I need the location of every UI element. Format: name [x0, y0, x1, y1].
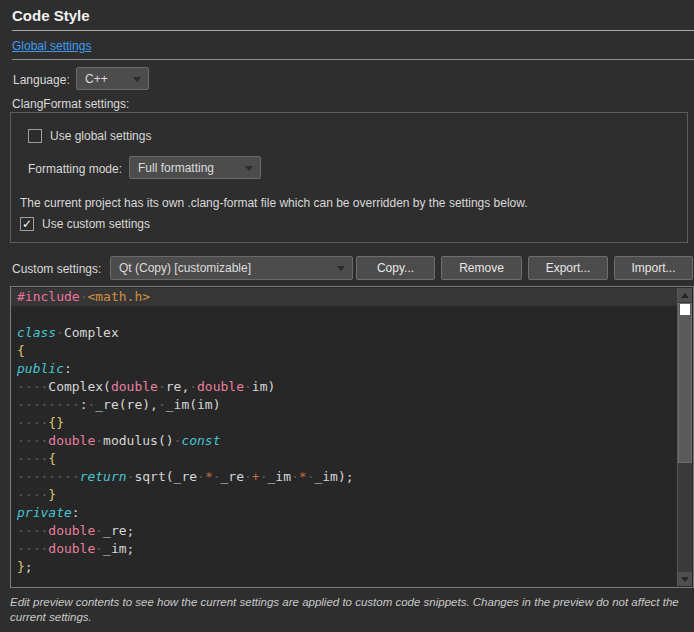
- code-token: ····: [17, 415, 48, 430]
- custom-settings-dropdown-value: Qt (Copy) [customizable]: [119, 261, 251, 275]
- code-token: :: [64, 361, 72, 376]
- code-token: ········: [17, 397, 80, 412]
- code-line: private:: [11, 504, 677, 522]
- language-dropdown-value: C++: [85, 72, 108, 86]
- code-token: }: [48, 487, 56, 502]
- remove-button[interactable]: Remove: [441, 256, 522, 280]
- code-preview-editor[interactable]: #include·<math.h>class·Complex{public:··…: [10, 286, 694, 588]
- code-token: *: [299, 469, 307, 484]
- checkmark-icon: ✓: [22, 218, 32, 230]
- code-token: ·: [158, 379, 166, 394]
- code-token: ····: [17, 541, 48, 556]
- code-token: ····: [17, 487, 48, 502]
- code-token: _im: [268, 469, 291, 484]
- code-token: _im;: [103, 541, 134, 556]
- code-line: };: [11, 558, 677, 576]
- clangformat-settings-label: ClangFormat settings:: [12, 97, 129, 111]
- code-token: modulus(): [103, 433, 173, 448]
- code-token: }: [17, 559, 25, 574]
- code-token: ········: [17, 469, 80, 484]
- use-global-settings-row[interactable]: Use global settings: [28, 129, 151, 143]
- code-area[interactable]: #include·<math.h>class·Complex{public:··…: [11, 288, 677, 576]
- code-token: return: [80, 469, 127, 484]
- scroll-up-button[interactable]: [678, 288, 692, 302]
- code-token: <math.h>: [87, 289, 150, 304]
- code-token: ····: [17, 379, 48, 394]
- code-token: re,: [166, 379, 189, 394]
- formatting-mode-dropdown-value: Full formatting: [138, 161, 214, 175]
- scrollbar-thumb[interactable]: [678, 303, 692, 463]
- use-custom-settings-row[interactable]: ✓ Use custom settings: [20, 217, 150, 231]
- custom-settings-dropdown[interactable]: Qt (Copy) [customizable]: [110, 256, 353, 280]
- preview-hint-text: Edit preview contents to see how the cur…: [10, 595, 688, 625]
- code-token: ·: [244, 379, 252, 394]
- code-token: double: [48, 523, 95, 538]
- scrollbar-cursor-marker: [680, 304, 690, 315]
- title-separator: [12, 30, 694, 31]
- code-token: :: [72, 505, 80, 520]
- code-token: private: [17, 505, 72, 520]
- code-line: ····double·modulus()·const: [11, 432, 677, 450]
- use-global-settings-label: Use global settings: [50, 129, 151, 143]
- code-token: ·: [95, 523, 103, 538]
- chevron-down-icon: [337, 266, 345, 271]
- code-line: ········return·sqrt(_re·*·_re·+·_im·*·_i…: [11, 468, 677, 486]
- copy-button[interactable]: Copy...: [356, 256, 435, 280]
- use-global-settings-checkbox[interactable]: [28, 129, 42, 143]
- code-token: ····: [17, 523, 48, 538]
- code-token: {: [17, 343, 25, 358]
- code-token: {}: [48, 415, 64, 430]
- code-token: im): [252, 379, 275, 394]
- code-token: _re;: [103, 523, 134, 538]
- code-token: _im(im): [166, 397, 221, 412]
- code-token: *: [205, 469, 213, 484]
- code-token: const: [181, 433, 220, 448]
- code-line: ····Complex(double·re,·double·im): [11, 378, 677, 396]
- code-line: ····}: [11, 486, 677, 504]
- code-token: ·: [260, 469, 268, 484]
- code-token: ····: [17, 433, 48, 448]
- code-token: ·: [291, 469, 299, 484]
- code-line: public:: [11, 360, 677, 378]
- code-token: _re(re),: [95, 397, 158, 412]
- custom-settings-label: Custom settings:: [12, 262, 101, 276]
- chevron-down-icon: [245, 166, 253, 171]
- code-token: class: [17, 325, 56, 340]
- code-token: _re: [221, 469, 244, 484]
- formatting-mode-dropdown[interactable]: Full formatting: [129, 156, 261, 179]
- link-separator: [12, 59, 694, 60]
- code-token: {: [48, 451, 56, 466]
- code-token: double: [197, 379, 244, 394]
- scroll-down-button[interactable]: [678, 572, 692, 586]
- code-token: ·: [189, 379, 197, 394]
- code-line: #include·<math.h>: [11, 288, 677, 306]
- import-button[interactable]: Import...: [614, 256, 693, 280]
- export-button[interactable]: Export...: [528, 256, 608, 280]
- code-token: #include: [17, 289, 80, 304]
- code-token: double: [48, 541, 95, 556]
- code-token: Complex(: [48, 379, 111, 394]
- code-token: ;: [25, 559, 33, 574]
- vertical-scrollbar[interactable]: [677, 288, 692, 586]
- scroll-down-icon: [681, 577, 689, 582]
- code-token: public: [17, 361, 64, 376]
- scroll-up-icon: [681, 293, 689, 298]
- page-title: Code Style: [12, 7, 90, 24]
- code-token: Complex: [64, 325, 119, 340]
- code-token: _im);: [314, 469, 353, 484]
- code-line: class·Complex: [11, 324, 677, 342]
- code-style-settings-pane: Code Style Global settings Language: C++…: [0, 0, 694, 632]
- use-custom-settings-checkbox[interactable]: ✓: [20, 217, 34, 231]
- code-token: ·: [95, 433, 103, 448]
- code-line: ····double·_re;: [11, 522, 677, 540]
- global-settings-link[interactable]: Global settings: [12, 39, 91, 53]
- code-token: ·: [158, 397, 166, 412]
- code-token: ·: [244, 469, 252, 484]
- language-dropdown[interactable]: C++: [76, 67, 149, 90]
- clang-format-note: The current project has its own .clang-f…: [20, 196, 528, 210]
- code-token: double: [111, 379, 158, 394]
- code-token: ·: [56, 325, 64, 340]
- language-label: Language:: [13, 73, 70, 87]
- code-line: [11, 306, 677, 324]
- code-line: ····{: [11, 450, 677, 468]
